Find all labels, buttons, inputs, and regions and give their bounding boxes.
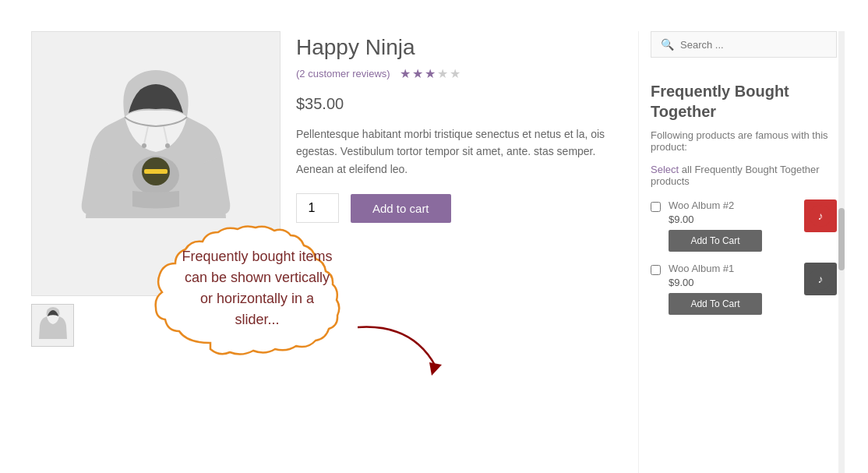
svg-line-3 <box>144 126 148 144</box>
search-box[interactable]: 🔍 <box>651 31 837 58</box>
fbt-item-1-checkbox[interactable] <box>651 202 661 212</box>
svg-point-5 <box>142 143 146 148</box>
star-5: ★ <box>450 66 460 81</box>
select-all-link[interactable]: Select <box>651 164 679 175</box>
fbt-item-2: Woo Album #1 $9.00 Add To Cart ♪ <box>651 263 837 315</box>
svg-line-4 <box>164 126 168 144</box>
star-rating: ★ ★ ★ ★ ★ <box>400 66 460 81</box>
product-description: Pellentesque habitant morbi tristique se… <box>296 125 608 178</box>
star-2: ★ <box>412 66 423 81</box>
reviews-link[interactable]: (2 customer reviews) <box>296 68 390 79</box>
product-price: $35.00 <box>296 95 638 113</box>
fbt-title: Frequently Bought Together <box>651 81 837 122</box>
fbt-item-2-name: Woo Album #1 <box>669 263 796 274</box>
product-thumbnail[interactable] <box>31 304 74 347</box>
svg-rect-2 <box>144 169 168 174</box>
fbt-item-1-add-button[interactable]: Add To Cart <box>669 230 762 252</box>
cloud-tooltip: Frequently bought items can be shown ver… <box>148 210 366 366</box>
fbt-item-1-price: $9.00 <box>669 214 796 225</box>
fbt-item-2-add-button[interactable]: Add To Cart <box>669 293 762 315</box>
fbt-item-2-price: $9.00 <box>669 277 796 288</box>
search-input[interactable] <box>680 39 827 51</box>
select-all-row: Select all Frequently Bought Together pr… <box>651 164 837 187</box>
svg-point-6 <box>165 143 170 148</box>
search-icon: 🔍 <box>661 38 674 51</box>
svg-text:♪: ♪ <box>818 273 824 285</box>
star-1: ★ <box>400 66 411 81</box>
fbt-item-2-image: ♪ <box>804 263 837 295</box>
product-title: Happy Ninja <box>296 35 638 60</box>
scrollbar-thumb[interactable] <box>838 208 845 270</box>
star-4: ★ <box>437 66 448 81</box>
fbt-item-2-info: Woo Album #1 $9.00 Add To Cart <box>669 263 796 315</box>
thumbnail-hoodie <box>37 306 69 345</box>
svg-text:♪: ♪ <box>818 210 824 222</box>
scrollbar[interactable] <box>838 31 845 473</box>
fbt-item-1-image: ♪ <box>804 199 837 232</box>
fbt-item-2-checkbox[interactable] <box>651 265 661 275</box>
star-3: ★ <box>425 66 436 81</box>
tooltip-text: Frequently bought items can be shown ver… <box>179 246 335 330</box>
reviews-row: (2 customer reviews) ★ ★ ★ ★ ★ <box>296 66 638 81</box>
fbt-item-1-name: Woo Album #2 <box>669 199 796 211</box>
fbt-subtitle: Following products are famous with this … <box>651 129 837 153</box>
fbt-item-1-info: Woo Album #2 $9.00 Add To Cart <box>669 199 796 252</box>
fbt-item-1: Woo Album #2 $9.00 Add To Cart ♪ <box>651 199 837 252</box>
